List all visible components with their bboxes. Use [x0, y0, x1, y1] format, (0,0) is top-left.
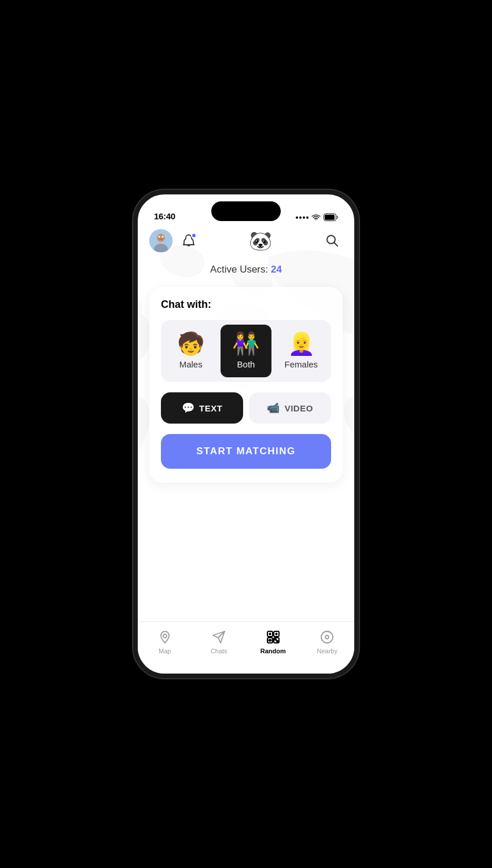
map-icon	[157, 629, 173, 645]
video-mode-emoji: 📹	[267, 402, 280, 414]
nearby-nav-label: Nearby	[317, 648, 337, 654]
map-nav-label: Map	[159, 648, 171, 654]
svg-rect-3	[325, 215, 335, 220]
nearby-icon	[319, 629, 335, 645]
phone-frame: 16:40	[133, 190, 359, 678]
svg-point-8	[162, 236, 164, 238]
females-label: Females	[285, 359, 318, 369]
males-label: Males	[179, 359, 203, 369]
active-users-label: Active Users: 24	[138, 259, 354, 287]
notification-badge	[191, 233, 197, 238]
mode-video[interactable]: 📹 VIDEO	[249, 392, 331, 424]
bottom-nav: Map Chats	[138, 621, 354, 674]
active-users-count: 24	[271, 264, 282, 275]
battery-icon	[324, 214, 338, 221]
svg-point-16	[269, 633, 270, 634]
svg-point-7	[159, 236, 160, 238]
svg-point-5	[157, 234, 165, 242]
video-mode-label: VIDEO	[285, 403, 313, 413]
header-left	[149, 229, 199, 252]
svg-point-19	[270, 639, 271, 641]
nav-item-nearby[interactable]: Nearby	[310, 629, 344, 654]
status-icons	[296, 214, 338, 221]
nav-item-chats[interactable]: Chats	[201, 629, 236, 654]
text-mode-emoji: 💬	[182, 402, 195, 414]
svg-line-10	[335, 243, 338, 247]
start-matching-button[interactable]: START MATCHING	[161, 434, 331, 469]
signal-icon	[296, 216, 309, 219]
svg-point-21	[277, 641, 278, 642]
both-emoji: 👫	[232, 333, 259, 355]
mode-text[interactable]: 💬 TEXT	[161, 392, 243, 424]
gender-selector: 🧒 Males 👫 Both 👱‍♀️ Females	[161, 320, 331, 382]
dynamic-island	[211, 201, 281, 221]
app-logo: 🐼	[249, 231, 272, 250]
status-time: 16:40	[154, 211, 175, 221]
mode-selector: 💬 TEXT 📹 VIDEO	[161, 392, 331, 424]
main-card: Chat with: 🧒 Males 👫 Both 👱‍♀️ Females	[149, 287, 343, 483]
chats-nav-label: Chats	[211, 648, 227, 654]
chats-icon	[211, 629, 227, 645]
wifi-icon	[311, 214, 321, 221]
nav-item-random[interactable]: Random	[256, 629, 291, 654]
both-label: Both	[237, 359, 255, 369]
gender-option-both[interactable]: 👫 Both	[221, 325, 271, 377]
nav-item-map[interactable]: Map	[148, 629, 182, 654]
females-emoji: 👱‍♀️	[288, 333, 315, 355]
phone-content: 16:40	[138, 194, 354, 674]
males-emoji: 🧒	[177, 333, 204, 355]
svg-point-11	[163, 634, 167, 638]
text-mode-label: TEXT	[199, 403, 222, 413]
svg-point-20	[275, 639, 276, 640]
avatar[interactable]	[149, 229, 172, 252]
gender-option-males[interactable]: 🧒 Males	[166, 325, 216, 377]
gender-option-females[interactable]: 👱‍♀️ Females	[276, 325, 326, 377]
search-button[interactable]	[322, 230, 343, 251]
random-icon	[265, 629, 281, 645]
notification-button[interactable]	[178, 230, 199, 251]
svg-point-17	[276, 633, 277, 634]
random-nav-label: Random	[260, 648, 286, 654]
svg-point-22	[325, 635, 329, 639]
chat-with-label: Chat with:	[161, 299, 331, 311]
